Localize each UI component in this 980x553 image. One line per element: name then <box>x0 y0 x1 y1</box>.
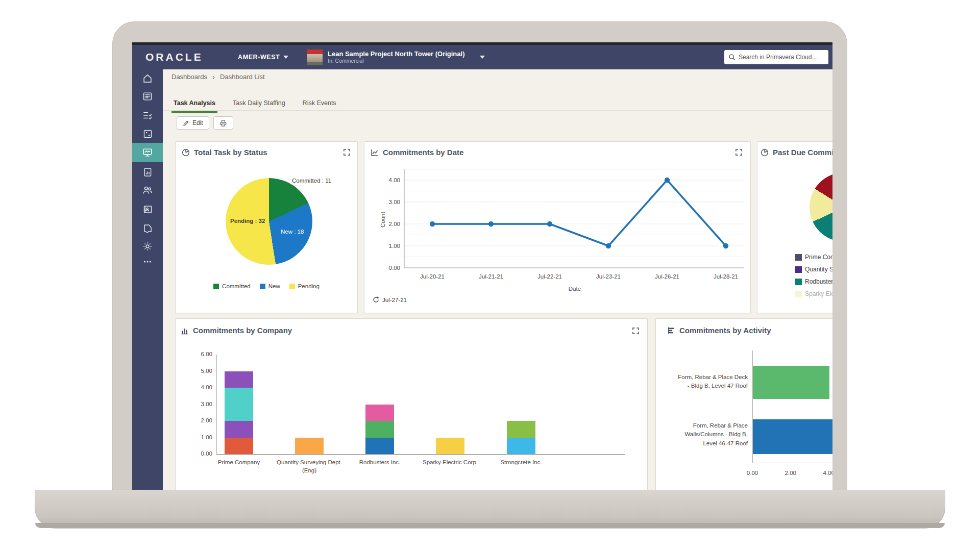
svg-text:Jul-21-21: Jul-21-21 <box>479 273 503 280</box>
stacked-bar-chart-company: 0.001.002.003.004.005.006.00Prime Compan… <box>176 319 648 498</box>
id-card-icon <box>142 204 153 215</box>
bar-segment <box>507 421 535 438</box>
svg-text:2.00: 2.00 <box>389 221 400 227</box>
bar-segment <box>365 421 394 438</box>
search-input[interactable] <box>739 54 824 61</box>
legend-swatch <box>213 284 219 289</box>
svg-text:Count: Count <box>380 212 386 228</box>
legend-swatch <box>260 284 265 289</box>
bar-segment <box>225 438 253 455</box>
breadcrumb: Dashboards › Dashboard List <box>172 72 265 81</box>
svg-text:Jul-28-21: Jul-28-21 <box>714 273 738 280</box>
bar-segment <box>365 405 394 421</box>
panel-commitments-by-company: Commitments by Company 0.001.002.003.004… <box>175 318 648 498</box>
svg-text:Date: Date <box>569 286 581 292</box>
bar-segment <box>225 421 253 438</box>
refresh-icon <box>373 296 379 303</box>
bar-segment <box>295 438 324 455</box>
bar-segment <box>365 438 394 455</box>
sidebar-item-directory[interactable] <box>132 199 163 219</box>
bar-segment <box>225 388 253 421</box>
refresh-date: Jul-27-21 <box>382 297 407 303</box>
tab-task-daily-staffing[interactable]: Task Daily Staffing <box>231 96 287 113</box>
panel-total-task-by-status: Total Task by Status Committed : 11 New … <box>175 141 358 313</box>
left-sidebar <box>132 69 163 498</box>
tabs-divider <box>163 110 832 111</box>
legend-swatch <box>795 254 802 261</box>
svg-text:Jul-22-21: Jul-22-21 <box>537 273 562 280</box>
page: ORACLE AMER-WEST Lean Sample Project Nor… <box>0 0 980 553</box>
checklist-icon <box>142 110 153 121</box>
sidebar-item-dashboards[interactable] <box>132 143 163 162</box>
sidebar-item-more[interactable] <box>132 252 163 271</box>
svg-text:Jul-26-21: Jul-26-21 <box>655 273 679 280</box>
printer-icon <box>219 119 227 127</box>
report-doc-icon <box>142 167 153 178</box>
panel-commitments-by-date: Commitments by Date 0.001.002.003.004.00… <box>364 141 751 313</box>
top-navbar: ORACLE AMER-WEST Lean Sample Project Nor… <box>132 45 832 69</box>
sidebar-item-home[interactable] <box>132 69 163 88</box>
tab-risk-events[interactable]: Risk Events <box>301 96 338 113</box>
bar-segment <box>436 438 464 455</box>
activity-label: Form, Rebar & Place Walls/Columns - Bldg… <box>660 421 748 448</box>
ellipsis-icon <box>142 256 153 267</box>
pie-legend: CommittedNewPending <box>176 283 357 289</box>
legend-item: New <box>260 283 280 289</box>
dashboard-tabs: Task Analysis Task Daily Staffing Risk E… <box>172 96 338 113</box>
last-refreshed[interactable]: Jul-27-21 <box>373 296 407 303</box>
breadcrumb-dashboards[interactable]: Dashboards <box>172 73 207 81</box>
project-switcher[interactable]: Lean Sample Project North Tower (Origina… <box>307 49 485 65</box>
pie-label-committed: Committed : 11 <box>292 178 331 184</box>
edit-button[interactable]: Edit <box>177 116 209 130</box>
pie-label-new: New : 18 <box>281 229 304 235</box>
pie-label-pending: Pending : 32 <box>230 218 265 224</box>
legend-item: Prime Company <box>795 254 832 261</box>
pie-chart-icon <box>182 148 190 157</box>
workspace-switcher[interactable]: AMER-WEST <box>238 54 288 61</box>
sidebar-item-reports[interactable] <box>132 162 163 182</box>
gear-icon <box>142 241 153 252</box>
legend-item: Pending <box>289 283 320 289</box>
sidebar-item-apps[interactable] <box>132 218 163 238</box>
sidebar-item-projects[interactable] <box>132 87 163 106</box>
category-label: Strongcrete Inc. <box>478 459 565 467</box>
legend-item: Quantity Surveying Dept. (Eng) <box>795 266 832 273</box>
sidebar-item-resources[interactable] <box>132 181 163 200</box>
svg-text:0.00: 0.00 <box>389 265 400 271</box>
tab-task-analysis[interactable]: Task Analysis <box>172 96 217 113</box>
activity-label: Form, Rebar & Place Deck - Bldg B, Level… <box>660 373 748 391</box>
screen: ORACLE AMER-WEST Lean Sample Project Nor… <box>132 42 832 498</box>
legend-swatch <box>795 291 802 297</box>
svg-text:Jul-20-21: Jul-20-21 <box>420 273 445 280</box>
laptop-base <box>35 490 945 529</box>
pie-chart-icon <box>761 148 769 157</box>
fullscreen-icon[interactable] <box>343 148 351 156</box>
sidebar-item-lean-tasks[interactable] <box>132 124 163 143</box>
project-thumbnail <box>307 49 323 65</box>
panel-past-due-commitments: Past Due Commitments Prime CompanyQuanti… <box>757 141 832 313</box>
legend-swatch <box>795 266 802 273</box>
sidebar-item-task-list[interactable] <box>132 106 163 125</box>
legend-swatch <box>795 279 802 285</box>
line-chart-commitments-by-date: 0.001.002.003.004.00CountJul-20-21Jul-21… <box>364 142 751 314</box>
pie-legend: Prime CompanyQuantity Surveying Dept. (E… <box>795 254 832 297</box>
chevron-right-icon: › <box>212 72 215 81</box>
project-context: In: Commercial <box>328 58 464 64</box>
svg-text:4.00: 4.00 <box>389 177 400 183</box>
svg-text:1.00: 1.00 <box>389 243 400 249</box>
laptop-frame: ORACLE AMER-WEST Lean Sample Project Nor… <box>112 21 847 497</box>
bar-segment <box>753 366 829 399</box>
legend-item: Rodbusters Inc. <box>795 278 832 285</box>
workspace-label: AMER-WEST <box>238 54 280 61</box>
chevron-down-icon <box>480 56 485 59</box>
panel-title-text: Past Due Commitments <box>773 148 832 157</box>
oracle-logo: ORACLE <box>145 51 203 63</box>
svg-text:3.00: 3.00 <box>389 199 400 205</box>
main-content: Dashboards › Dashboard List Task Analysi… <box>163 69 832 498</box>
global-search[interactable] <box>724 50 828 64</box>
edit-button-label: Edit <box>192 119 203 127</box>
project-title: Lean Sample Project North Tower (Origina… <box>328 51 464 58</box>
toolbar: Edit <box>177 116 233 130</box>
print-button[interactable] <box>213 116 233 130</box>
chevron-down-icon <box>283 56 288 59</box>
